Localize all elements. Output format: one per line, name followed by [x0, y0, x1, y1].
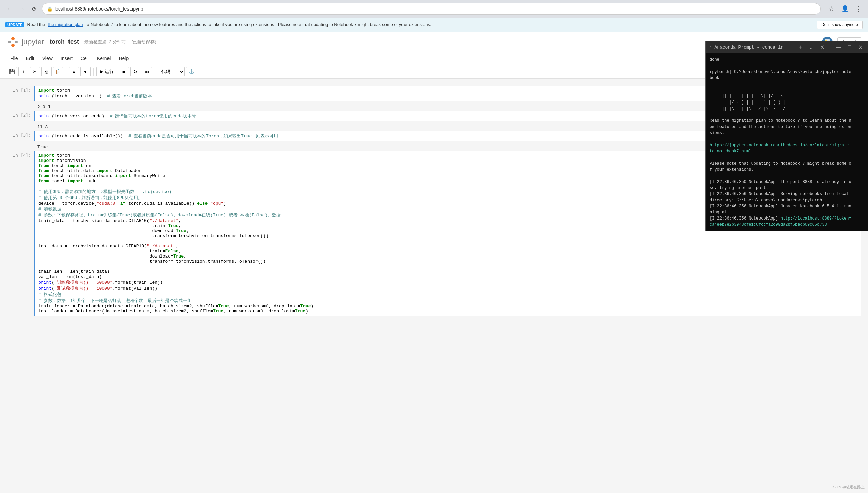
terminal-titlebar: ▫ Anaconda Prompt - conda in + ⌄ ✕ — □ ✕: [706, 41, 868, 53]
run-icon: ▶: [100, 69, 103, 74]
lock-icon: 🔒: [47, 6, 53, 12]
forward-button[interactable]: →: [16, 3, 27, 14]
cell-3-label: In [3]:: [7, 131, 34, 138]
run-label: 运行: [105, 69, 114, 75]
menu-kernel[interactable]: Kernel: [94, 54, 114, 62]
paste-button[interactable]: 📋: [53, 67, 63, 76]
jupyter-logo-icon: [7, 36, 19, 48]
menu-button[interactable]: ⋮: [853, 3, 864, 14]
menu-cell[interactable]: Cell: [77, 54, 92, 62]
terminal-body: done (pytorch) C:\Users\Lenovo\.conda\en…: [706, 53, 868, 231]
cell-1-label: In [1]:: [7, 86, 34, 93]
stop-button[interactable]: ■: [119, 67, 129, 76]
menu-file[interactable]: File: [7, 54, 21, 62]
terminal-close[interactable]: ✕: [856, 43, 864, 51]
move-down-button[interactable]: ▼: [80, 67, 91, 76]
keyboard-button[interactable]: ⚓: [186, 67, 196, 76]
reload-button[interactable]: ⟳: [28, 3, 39, 14]
watermark: CSDN @笔毛在路上: [831, 485, 865, 490]
terminal-window: ▫ Anaconda Prompt - conda in + ⌄ ✕ — □ ✕…: [705, 41, 868, 231]
bookmark-button[interactable]: ☆: [826, 3, 837, 14]
restart-run-button[interactable]: ⏭: [142, 67, 152, 76]
migration-plan-link[interactable]: the migration plan: [48, 22, 83, 27]
terminal-localhost-link: http://localhost:8889/?token= ca4eeb7e2b…: [710, 216, 851, 227]
profile-button[interactable]: 👤: [840, 3, 850, 14]
cell-2-label: In [2]:: [7, 111, 34, 118]
add-cell-button[interactable]: +: [18, 67, 28, 76]
menu-view[interactable]: View: [39, 54, 56, 62]
notification-bar: UPDATE Read the the migration plan to No…: [0, 18, 868, 32]
terminal-close-tab[interactable]: ✕: [818, 43, 826, 51]
svg-point-3: [15, 41, 18, 43]
address-bar[interactable]: 🔒 localhost:8889/notebooks/torch_test.ip…: [42, 3, 821, 15]
dont-show-button[interactable]: Don't show anymore: [817, 21, 863, 29]
cell-4-label: In [4]:: [7, 151, 34, 158]
separator-2: [93, 68, 94, 76]
svg-point-2: [8, 41, 11, 43]
separator: [830, 44, 830, 51]
terminal-title: Anaconda Prompt - conda in: [714, 45, 793, 50]
checkpoint-info: 最新检查点: 3 分钟前: [84, 39, 126, 45]
browser-actions: ☆ 👤 ⋮: [826, 3, 864, 14]
run-button[interactable]: ▶ 运行: [96, 67, 117, 76]
svg-point-0: [11, 37, 15, 40]
terminal-maximize[interactable]: □: [845, 43, 853, 51]
svg-point-1: [11, 44, 15, 47]
separator-3: [155, 68, 155, 76]
move-up-button[interactable]: ▲: [69, 67, 79, 76]
menu-insert[interactable]: Insert: [57, 54, 76, 62]
terminal-minimize[interactable]: —: [834, 43, 843, 51]
nav-buttons: ← → ⟳: [4, 3, 39, 14]
jupyter-text: jupyter: [22, 38, 44, 46]
jupyter-logo: jupyter: [7, 36, 44, 48]
autosave-info: (已自动保存): [131, 39, 156, 45]
copy-button[interactable]: ⎘: [41, 67, 52, 76]
terminal-icon: ▫: [709, 44, 712, 50]
back-button[interactable]: ←: [4, 3, 15, 14]
notification-text-before: Read the: [27, 22, 45, 27]
url-text: localhost:8889/notebooks/torch_test.ipyn…: [55, 6, 143, 12]
cell-type-select[interactable]: 代码: [158, 67, 185, 76]
terminal-tab-dropdown[interactable]: ⌄: [807, 43, 815, 51]
menu-edit[interactable]: Edit: [23, 54, 38, 62]
browser-chrome: ← → ⟳ 🔒 localhost:8889/notebooks/torch_t…: [0, 0, 868, 18]
cut-button[interactable]: ✂: [30, 67, 40, 76]
separator-1: [66, 68, 66, 76]
update-badge: UPDATE: [5, 22, 24, 27]
terminal-link: https://jupyter-notebook.readthedocs.io/…: [710, 143, 851, 154]
terminal-add-tab[interactable]: +: [796, 43, 804, 51]
notification-text-after: to Notebook 7 to learn about the new fea…: [86, 22, 431, 27]
restart-button[interactable]: ↻: [130, 67, 140, 76]
save-button[interactable]: 💾: [7, 67, 17, 76]
menu-help[interactable]: Help: [115, 54, 132, 62]
notebook-title[interactable]: torch_test: [50, 38, 79, 45]
